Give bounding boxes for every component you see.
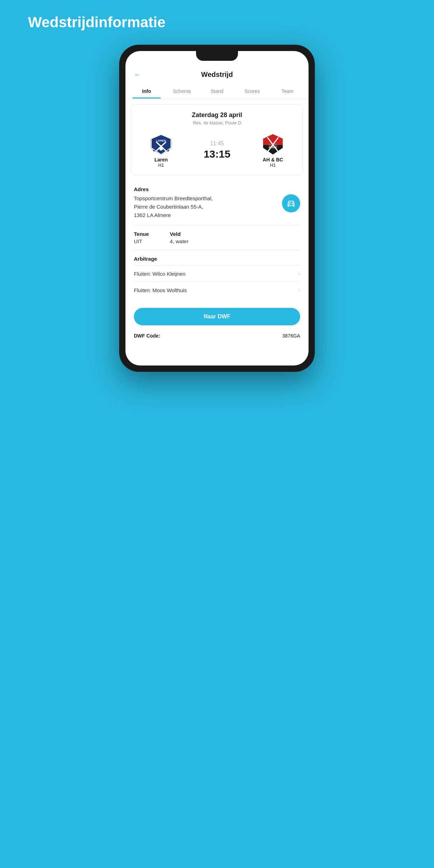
tab-bar: Info Schema Stand Scores Team [125,84,309,99]
phone-frame: ← Wedstrijd Info Schema Stand Scores Tea… [119,45,315,372]
dwf-code-label: DWF Code: [134,333,160,339]
dwf-code-row: DWF Code: 3876GA [125,329,309,346]
match-teams: LAREN Laren H1 11:45 13:15 [138,132,296,168]
tenue-value: UIT [134,238,149,244]
address-text: Topsportcentrum Breedtesporthal, Pierre … [134,194,276,219]
tenue-veld-row: Tenue UIT Veld 4, water [125,225,309,250]
page-title: Wedstrijdinformatie [7,14,166,31]
home-team-sub: H1 [158,162,164,168]
svg-text:LAREN: LAREN [156,139,166,142]
arb-item-2[interactable]: Fluiten: Moos Wolthuis › [134,282,300,298]
arb-chevron-1-icon: › [298,270,300,277]
svg-point-4 [159,147,163,151]
tab-scores[interactable]: Scores [234,84,270,98]
svg-text:ah&bc: ah&bc [269,146,277,148]
tenue-group: Tenue UIT [134,231,149,244]
match-league: Res. 4e klasse, Poule D [138,120,296,125]
current-time: 13:15 [204,148,231,160]
original-time: 11:45 [210,140,224,147]
arb-item-1-text: Fluiten: Wilco Kleijnen [134,271,186,277]
screen-content: ← Wedstrijd Info Schema Stand Scores Tea… [125,51,309,366]
back-button[interactable]: ← [134,70,142,79]
arbitrage-section: Arbitrage Fluiten: Wilco Kleijnen › Flui… [125,250,309,301]
score-block: 11:45 13:15 [204,140,231,160]
svg-point-11 [292,204,293,205]
tenue-label: Tenue [134,231,149,237]
veld-value: 4, water [170,238,188,244]
match-date: Zaterdag 28 april [138,111,296,119]
car-icon [287,199,296,208]
tab-info[interactable]: Info [129,84,164,98]
tab-schema[interactable]: Schema [164,84,200,98]
home-team-logo: LAREN [149,132,173,157]
screen-title: Wedstrijd [134,71,300,79]
address-row: Topsportcentrum Breedtesporthal, Pierre … [134,194,300,219]
arb-item-1[interactable]: Fluiten: Wilco Kleijnen › [134,265,300,282]
address-label: Adres [134,186,300,192]
tab-team[interactable]: Team [270,84,305,98]
phone-notch [196,51,238,61]
home-team: LAREN Laren H1 [138,132,184,168]
away-team-sub: H1 [270,162,276,168]
veld-group: Veld 4, water [170,231,188,244]
address-section: Adres Topsportcentrum Breedtesporthal, P… [125,181,309,225]
header: ← Wedstrijd [125,65,309,84]
match-card: Zaterdag 28 april Res. 4e klasse, Poule … [131,104,303,175]
svg-point-10 [289,204,290,205]
navigate-button[interactable] [282,194,300,212]
tab-stand[interactable]: Stand [200,84,235,98]
arb-chevron-2-icon: › [298,287,300,293]
away-team-name: AH & BC [263,157,283,162]
arb-item-2-text: Fluiten: Moos Wolthuis [134,287,187,293]
away-team-logo: ah&bc [261,132,285,157]
phone-screen: ← Wedstrijd Info Schema Stand Scores Tea… [125,51,309,366]
away-team: ah&bc AH & BC H1 [250,132,296,168]
bottom-btn-area: Naar DWF [125,301,309,329]
naar-dwf-button[interactable]: Naar DWF [134,308,300,325]
veld-label: Veld [170,231,188,237]
home-team-name: Laren [154,157,168,162]
arbitrage-title: Arbitrage [134,256,300,262]
dwf-code-value: 3876GA [282,333,300,339]
